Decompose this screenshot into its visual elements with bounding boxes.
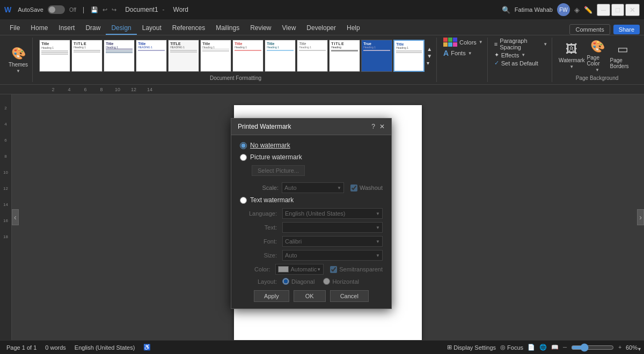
semitransparent-checkbox[interactable] xyxy=(330,266,337,273)
zoom-minus[interactable]: ─ xyxy=(563,344,567,350)
style-thumb-6[interactable]: Title Heading 1 xyxy=(232,40,264,72)
ruler: 2 4 6 8 10 12 14 xyxy=(0,85,644,94)
scale-row: Scale: Auto ▼ Washout xyxy=(246,182,383,193)
close-button[interactable]: ✕ xyxy=(625,4,640,16)
style-thumb-11[interactable]: Title Heading 1 xyxy=(393,40,425,72)
tab-references[interactable]: References xyxy=(167,22,210,35)
language: English (United States) xyxy=(75,344,135,351)
text-input[interactable]: ▼ xyxy=(282,222,383,233)
scroll-down-arrow[interactable]: ▼ xyxy=(427,53,432,59)
diagonal-radio[interactable] xyxy=(282,278,289,285)
page-borders-button[interactable]: ▭ Page Borders xyxy=(610,42,635,69)
style-thumb-0[interactable]: Title Heading 1 xyxy=(39,40,70,72)
effects-icon: ✦ xyxy=(494,51,499,58)
ok-button[interactable]: OK xyxy=(294,290,326,302)
cancel-button[interactable]: Cancel xyxy=(330,290,369,302)
tab-view[interactable]: View xyxy=(277,22,302,35)
tab-layout[interactable]: Layout xyxy=(137,22,167,35)
focus-label: Focus xyxy=(507,344,523,351)
apply-button[interactable]: Apply xyxy=(254,290,289,302)
style-thumb-5[interactable]: Title Heading 1 xyxy=(200,40,231,72)
search-icon[interactable]: 🔍 xyxy=(502,6,510,14)
ruler-mark: 2 xyxy=(45,87,61,92)
themes-button[interactable]: 🎨 Themes ▼ xyxy=(9,47,28,73)
style-thumb-7[interactable]: Title Heading 1 xyxy=(265,40,296,72)
style-thumb-2[interactable]: Title Heading 1 xyxy=(104,40,135,72)
ribbon-group-themes: 🎨 Themes ▼ xyxy=(4,38,33,82)
dialog-help-button[interactable]: ? xyxy=(371,123,375,130)
focus-button[interactable]: ◎ Focus xyxy=(500,344,523,351)
maximize-button[interactable]: □ xyxy=(611,4,624,16)
effects-button[interactable]: ✦ Effects ▼ xyxy=(494,51,525,58)
scale-select[interactable]: Auto ▼ xyxy=(282,182,344,193)
tab-design[interactable]: Design xyxy=(106,22,136,35)
page-borders-icon: ▭ xyxy=(617,42,628,56)
comments-button[interactable]: Comments xyxy=(569,24,610,35)
picture-watermark-radio[interactable] xyxy=(240,154,247,161)
color-select[interactable]: Automatic ▼ xyxy=(275,264,324,275)
tab-help[interactable]: Help xyxy=(341,22,365,35)
pen-icon[interactable]: ✏️ xyxy=(584,6,592,14)
text-watermark-radio[interactable] xyxy=(240,197,247,204)
select-picture-button[interactable]: Select Picture... xyxy=(252,165,305,176)
style-thumb-4[interactable]: TITLE HEADING 1 xyxy=(168,40,199,72)
picture-watermark-label: Picture watermark xyxy=(250,153,302,161)
colors-button[interactable]: Colors ▼ xyxy=(443,38,483,47)
page-color-button[interactable]: 🎨 Page Color ▼ xyxy=(587,40,608,72)
dialog-close-button[interactable]: ✕ xyxy=(379,123,385,130)
view-web-icon[interactable]: 🌐 xyxy=(539,344,547,351)
display-settings-icon: ⊞ xyxy=(447,344,452,351)
style-thumb-1[interactable]: TITLE Heading 1 xyxy=(71,40,103,72)
view-read-icon[interactable]: 📖 xyxy=(551,344,559,351)
set-as-default-button[interactable]: ✓ Set as Default xyxy=(494,60,538,67)
tab-home[interactable]: Home xyxy=(25,22,53,35)
no-watermark-radio[interactable] xyxy=(240,142,247,149)
display-settings[interactable]: ⊞ Display Settings xyxy=(447,344,496,351)
style-thumb-9[interactable]: TITLE Heading xyxy=(329,40,360,72)
dialog-title: Printed Watermark xyxy=(238,123,291,130)
style-thumb-8[interactable]: Title Heading 1 xyxy=(297,40,328,72)
save-icon[interactable]: 💾 xyxy=(91,6,98,13)
page-background-expand[interactable]: ▼ xyxy=(637,346,642,352)
paragraph-spacing-label: Paragraph Spacing xyxy=(500,38,541,50)
tab-developer[interactable]: Developer xyxy=(301,22,341,35)
nav-arrow-right[interactable]: › xyxy=(637,209,644,225)
color-arrow: ▼ xyxy=(317,267,321,272)
paragraph-spacing-button[interactable]: ≡ Paragraph Spacing ▼ xyxy=(494,38,547,50)
ribbon-icon[interactable]: ◈ xyxy=(574,6,580,14)
accessibility-icon[interactable]: ♿ xyxy=(143,344,151,351)
tab-mailings[interactable]: Mailings xyxy=(210,22,245,35)
undo-icon[interactable]: ↩ xyxy=(103,6,107,13)
watermark-button[interactable]: 🖼 Watermark ▼ xyxy=(559,42,585,69)
autosave-toggle[interactable] xyxy=(48,5,65,14)
dialog-header: Printed Watermark ? ✕ xyxy=(231,119,391,135)
size-select[interactable]: Auto ▼ xyxy=(282,250,383,261)
watermark-icon: 🖼 xyxy=(566,42,577,56)
tab-review[interactable]: Review xyxy=(245,22,276,35)
minimize-button[interactable]: ─ xyxy=(597,4,610,16)
set-as-default-label: Set as Default xyxy=(501,60,538,67)
washout-checkbox[interactable] xyxy=(350,185,357,191)
horizontal-radio[interactable] xyxy=(323,278,330,285)
style-thumb-10[interactable]: True Heading 1 xyxy=(361,40,392,72)
colors-label: Colors xyxy=(459,39,477,46)
font-row: Font: Calibri ▼ xyxy=(242,236,383,247)
font-select[interactable]: Calibri ▼ xyxy=(282,236,383,247)
fonts-button[interactable]: A Fonts ▼ xyxy=(443,49,472,57)
view-print-icon[interactable]: 📄 xyxy=(528,344,535,351)
zoom-slider[interactable] xyxy=(571,343,614,352)
text-watermark-label: Text watermark xyxy=(250,196,294,204)
window-controls: ─ □ ✕ xyxy=(597,4,640,16)
tab-insert[interactable]: Insert xyxy=(53,22,80,35)
zoom-plus[interactable]: + xyxy=(618,344,621,350)
language-arrow: ▼ xyxy=(376,211,380,216)
tab-file[interactable]: File xyxy=(4,22,25,35)
style-thumb-3[interactable]: Title HEADING 1 xyxy=(136,40,167,72)
scroll-more-arrow[interactable]: ▾ xyxy=(427,60,432,66)
share-button[interactable]: Share xyxy=(613,25,640,34)
language-select[interactable]: English (United States) ▼ xyxy=(282,208,383,219)
tab-draw[interactable]: Draw xyxy=(80,22,106,35)
scroll-up-arrow[interactable]: ▲ xyxy=(427,46,432,52)
nav-arrow-left[interactable]: ‹ xyxy=(12,209,19,225)
redo-icon[interactable]: ↪ xyxy=(112,6,116,13)
